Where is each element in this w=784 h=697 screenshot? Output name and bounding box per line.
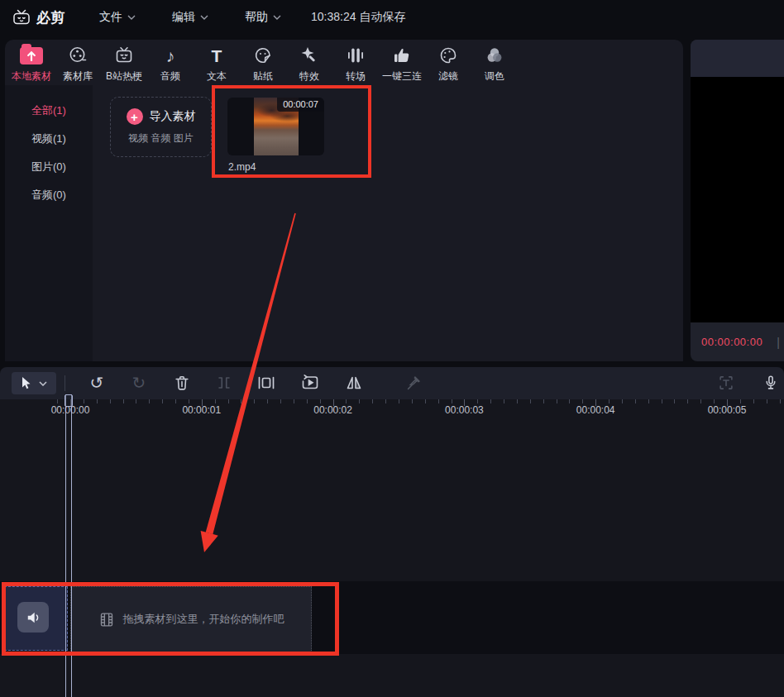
annotation-box-track <box>2 582 339 656</box>
import-label: 导入素材 <box>150 109 196 124</box>
magic-wand-icon <box>299 45 319 66</box>
tab-filter[interactable]: 滤镜 <box>425 43 471 84</box>
delete-button[interactable] <box>172 373 192 393</box>
redo-button[interactable]: ↻ <box>129 373 149 393</box>
cursor-icon <box>22 377 31 389</box>
bijian-video-editor-window: 必剪 文件 编辑 帮助 10:38:24 自动保存 本地素材 <box>0 0 784 697</box>
playhead-grip[interactable] <box>65 394 73 407</box>
mirror-button[interactable] <box>344 373 364 393</box>
tab-audio[interactable]: ♪ 音频 <box>147 43 194 84</box>
transition-icon <box>346 45 366 66</box>
chevron-down-icon <box>39 381 47 386</box>
thumbs-up-icon <box>392 45 412 66</box>
menu-file[interactable]: 文件 <box>99 10 136 25</box>
freeze-frame-icon <box>256 373 276 393</box>
app-title: 必剪 <box>36 8 65 27</box>
bilibili-tv-icon <box>12 8 31 26</box>
title-bar: 必剪 文件 编辑 帮助 10:38:24 自动保存 <box>0 0 784 35</box>
redo-icon: ↻ <box>132 375 146 391</box>
plus-circle-icon: + <box>127 108 143 125</box>
annotation-box-clip <box>212 85 371 178</box>
undo-icon: ↺ <box>90 375 104 391</box>
split-icon <box>215 374 233 392</box>
app-logo: 必剪 <box>12 8 65 27</box>
tv-icon <box>114 45 134 66</box>
menu-edit[interactable]: 编辑 <box>172 10 208 25</box>
mirror-icon <box>344 373 364 393</box>
menu-help[interactable]: 帮助 <box>245 10 281 25</box>
split-button[interactable] <box>214 373 234 393</box>
tab-local-material[interactable]: 本地素材 <box>8 43 55 84</box>
reverse-button[interactable] <box>300 373 320 393</box>
tab-effects[interactable]: 特效 <box>286 43 332 84</box>
tab-bilibili-memes[interactable]: B站热梗 <box>101 43 147 84</box>
chevron-down-icon <box>273 15 281 20</box>
undo-button[interactable]: ↺ <box>87 373 107 393</box>
import-sublabel: 视频 音频 图片 <box>128 131 194 146</box>
sticker-icon <box>253 45 273 66</box>
text-scan-icon <box>717 374 735 392</box>
chevron-down-icon <box>127 15 136 20</box>
color-wheel-icon <box>485 45 504 66</box>
playback-timecode: 00:00:00:00 <box>701 336 762 348</box>
toolbar-divider <box>65 375 65 391</box>
sidebar-item-audio[interactable]: 音频(0) <box>5 181 93 209</box>
autosave-status: 10:38:24 自动保存 <box>311 10 405 25</box>
tab-transition[interactable]: 转场 <box>332 43 379 84</box>
folder-upload-icon <box>20 45 43 66</box>
freeze-frame-button[interactable] <box>256 373 276 393</box>
timecode-separator: | <box>777 336 780 349</box>
trash-icon <box>173 374 191 392</box>
select-tool-button[interactable] <box>12 372 56 394</box>
sidebar-item-video[interactable]: 视频(1) <box>5 125 93 153</box>
microphone-icon <box>762 374 780 392</box>
chevron-down-icon <box>200 15 208 20</box>
tab-material-library[interactable]: 素材库 <box>55 43 101 84</box>
film-reel-icon <box>68 45 88 66</box>
tab-color-grading[interactable]: 调色 <box>471 43 518 84</box>
reverse-play-icon <box>300 373 320 393</box>
text-recognition-button[interactable] <box>716 373 736 393</box>
preview-footer: 00:00:00:00 | <box>691 322 784 361</box>
material-filter-sidebar: 全部(1) 视频(1) 图片(0) 音频(0) <box>5 85 93 361</box>
preview-header <box>691 40 784 77</box>
pin-button[interactable] <box>404 373 423 393</box>
preview-panel: 00:00:00:00 | <box>691 40 784 361</box>
timeline-toolbar: ↺ ↻ <box>0 367 784 399</box>
timeline-ruler[interactable]: 00:00:0000:00:0100:00:0200:00:0300:00:04… <box>0 399 784 418</box>
sidebar-item-image[interactable]: 图片(0) <box>5 153 93 181</box>
import-material-button[interactable]: + 导入素材 视频 音频 图片 <box>110 97 212 157</box>
filter-icon <box>438 45 458 66</box>
tab-triple-like[interactable]: 一键三连 <box>379 43 425 84</box>
tab-sticker[interactable]: 贴纸 <box>240 43 286 84</box>
record-voice-button[interactable] <box>761 373 781 393</box>
text-icon: T <box>212 45 222 66</box>
music-note-icon: ♪ <box>166 45 175 66</box>
pin-icon <box>404 374 423 392</box>
sidebar-item-all[interactable]: 全部(1) <box>5 97 93 125</box>
material-tabbar: 本地素材 素材库 <box>8 43 518 84</box>
preview-video-area[interactable] <box>691 77 784 322</box>
tab-text[interactable]: T 文本 <box>194 43 240 84</box>
